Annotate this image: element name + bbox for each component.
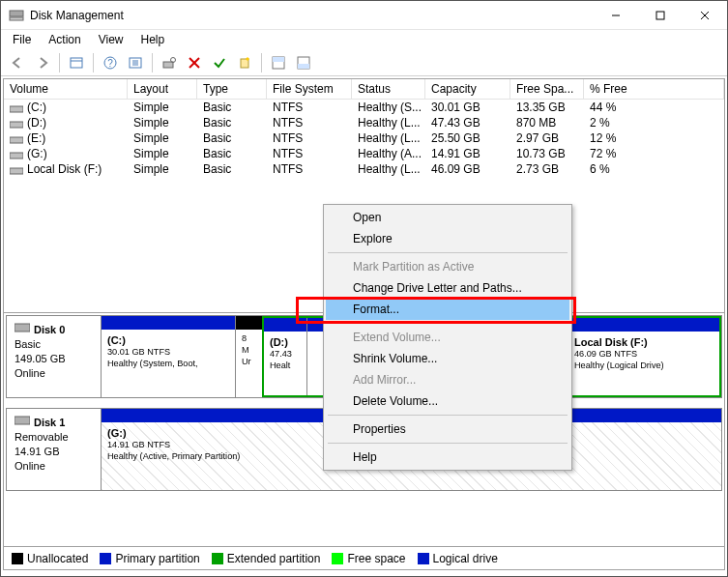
toolbar-separator	[261, 53, 262, 72]
volume-layout: Simple	[128, 146, 197, 161]
layout-top-button[interactable]	[268, 52, 289, 73]
volume-type: Basic	[197, 100, 267, 115]
ctx-format[interactable]: Format...	[326, 299, 569, 320]
partition-unallocated[interactable]: 8 M Ur	[235, 316, 262, 397]
partition-title: (C:)	[107, 334, 126, 346]
ctx-separator	[328, 415, 568, 416]
volume-free: 2.97 GB	[510, 130, 584, 146]
svg-rect-25	[10, 137, 23, 143]
column-capacity[interactable]: Capacity	[425, 79, 510, 100]
partition-info: Healt	[270, 361, 301, 372]
partition-info: 47.43	[270, 349, 301, 361]
volume-icon	[10, 165, 23, 175]
partition-bar	[102, 316, 235, 330]
svg-rect-27	[10, 168, 23, 174]
volume-status: Healthy (L...	[352, 115, 425, 130]
disk-name-text: Disk 1	[34, 416, 65, 430]
show-hide-button[interactable]	[66, 52, 87, 73]
column-volume[interactable]: Volume	[4, 79, 128, 100]
volume-fs: NTFS	[267, 161, 352, 177]
column-status[interactable]: Status	[352, 79, 425, 100]
context-menu: Open Explore Mark Partition as Active Ch…	[323, 204, 572, 471]
menu-action[interactable]: Action	[41, 32, 88, 47]
column-free-space[interactable]: Free Spa...	[510, 79, 584, 100]
new-button[interactable]	[234, 52, 255, 73]
refresh-button[interactable]	[125, 52, 146, 73]
close-button[interactable]	[683, 1, 727, 29]
column-pct-free[interactable]: % Free	[584, 79, 724, 100]
ctx-delete-volume[interactable]: Delete Volume...	[326, 390, 569, 412]
volume-status: Healthy (L...	[352, 161, 425, 177]
back-button[interactable]	[7, 52, 28, 73]
ctx-separator	[328, 323, 568, 324]
menubar: File Action View Help	[1, 30, 727, 49]
volume-type: Basic	[197, 161, 267, 177]
partition-f[interactable]: Local Disk (F:) 46.09 GB NTFS Healthy (L…	[568, 318, 719, 395]
volume-row[interactable]: (D:)SimpleBasicNTFSHealthy (L...47.43 GB…	[4, 115, 724, 130]
toolbar-separator	[93, 53, 94, 72]
volume-name: (E:)	[27, 131, 45, 145]
volume-pct-free: 2 %	[584, 115, 724, 130]
ctx-properties[interactable]: Properties	[326, 418, 569, 440]
layout-bottom-button[interactable]	[293, 52, 314, 73]
delete-button[interactable]	[184, 52, 205, 73]
partition-info: Ur	[242, 357, 256, 368]
disk-label[interactable]: Disk 0 Basic 149.05 GB Online	[7, 316, 102, 397]
volume-fs: NTFS	[267, 130, 352, 146]
volume-layout: Simple	[128, 115, 197, 130]
titlebar: Disk Management	[1, 1, 727, 30]
system-buttons	[594, 1, 727, 29]
column-layout[interactable]: Layout	[128, 79, 197, 100]
svg-rect-22	[298, 64, 309, 69]
ctx-mark-active: Mark Partition as Active	[326, 256, 569, 277]
volume-icon	[10, 134, 23, 144]
help-button[interactable]: ?	[100, 52, 121, 73]
volume-icon	[10, 150, 23, 159]
window-root: Disk Management File Action View Help ?	[0, 0, 728, 577]
ctx-explore[interactable]: Explore	[326, 228, 569, 249]
volume-row[interactable]: (G:)SimpleBasicNTFSHealthy (A...14.91 GB…	[4, 146, 724, 161]
legend-extended: Extended partition	[212, 552, 321, 565]
ctx-open[interactable]: Open	[326, 207, 569, 228]
ctx-change-letter[interactable]: Change Drive Letter and Paths...	[326, 277, 569, 299]
svg-rect-20	[273, 57, 284, 62]
menu-file[interactable]: File	[5, 32, 39, 47]
volume-capacity: 30.01 GB	[425, 100, 510, 115]
disk-type: Removable	[15, 430, 93, 445]
volume-row[interactable]: (C:)SimpleBasicNTFSHealthy (S...30.01 GB…	[4, 100, 724, 115]
volume-type: Basic	[197, 130, 267, 146]
maximize-button[interactable]	[638, 1, 683, 29]
disk-size: 14.91 GB	[15, 445, 93, 459]
legend-unallocated: Unallocated	[12, 552, 88, 565]
volume-free: 10.73 GB	[510, 146, 584, 161]
menu-help[interactable]: Help	[133, 32, 173, 47]
volume-row[interactable]: (E:)SimpleBasicNTFSHealthy (L...25.50 GB…	[4, 130, 724, 146]
legend-primary: Primary partition	[100, 552, 199, 565]
settings-button[interactable]	[159, 52, 180, 73]
ctx-shrink-volume[interactable]: Shrink Volume...	[326, 348, 569, 369]
partition-info: 8 M	[242, 333, 256, 357]
minimize-button[interactable]	[594, 1, 638, 29]
partition-info: 30.01 GB NTFS	[107, 347, 229, 359]
apply-button[interactable]	[209, 52, 230, 73]
volume-capacity: 46.09 GB	[425, 161, 510, 177]
volume-row[interactable]: Local Disk (F:)SimpleBasicNTFSHealthy (L…	[4, 161, 724, 177]
volume-icon	[10, 103, 23, 113]
disk-name-text: Disk 0	[34, 323, 65, 337]
disk-label[interactable]: Disk 1 Removable 14.91 GB Online	[7, 409, 102, 490]
volume-name: Local Disk (F:)	[27, 162, 102, 176]
window-title: Disk Management	[30, 9, 594, 22]
partition-d[interactable]: (D:) 47.43 Healt	[264, 318, 306, 395]
column-file-system[interactable]: File System	[267, 79, 352, 100]
volume-name: (C:)	[27, 101, 46, 114]
svg-rect-0	[10, 11, 23, 16]
volume-layout: Simple	[128, 161, 197, 177]
disk-type: Basic	[15, 337, 93, 352]
column-type[interactable]: Type	[197, 79, 267, 100]
volume-capacity: 14.91 GB	[425, 146, 510, 161]
ctx-help[interactable]: Help	[326, 447, 569, 468]
forward-button[interactable]	[32, 52, 53, 73]
volume-status: Healthy (S...	[352, 100, 425, 115]
menu-view[interactable]: View	[91, 32, 131, 47]
partition-c[interactable]: (C:) 30.01 GB NTFS Healthy (System, Boot…	[102, 316, 235, 397]
